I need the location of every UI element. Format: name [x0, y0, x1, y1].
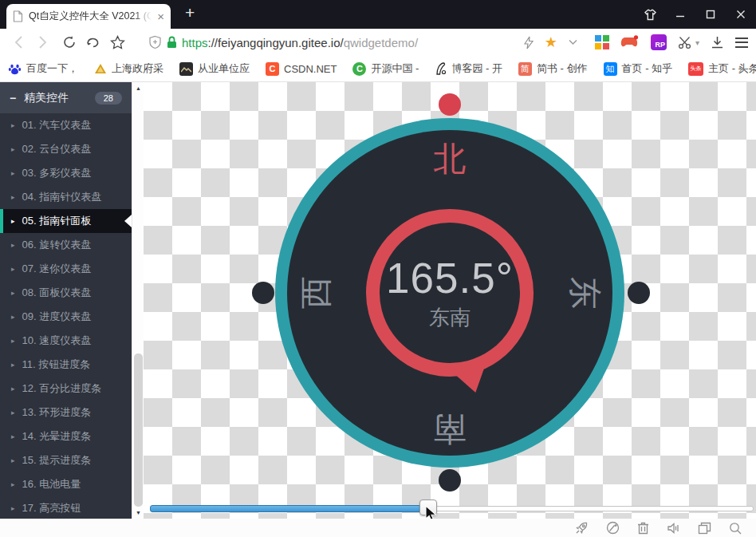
item-arrow-icon: ▸ [11, 409, 15, 417]
sidebar-item-label: 15. 提示进度条 [22, 453, 92, 468]
sidebar-scrollbar[interactable]: ▲ ▼ [132, 82, 144, 519]
item-arrow-icon: ▸ [11, 265, 15, 273]
sidebar-item-13[interactable]: ▸13. 环形进度条 [0, 401, 132, 424]
sidebar-item-label: 07. 迷你仪表盘 [22, 262, 92, 276]
sidebar-item-label: 16. 电池电量 [22, 477, 81, 492]
sidebar-item-label: 01. 汽车仪表盘 [22, 118, 92, 132]
item-arrow-icon: ▸ [11, 241, 15, 249]
sidebar-item-11[interactable]: ▸11. 按钮进度条 [0, 353, 132, 377]
sidebar-item-08[interactable]: ▸08. 面板仪表盘 [0, 281, 132, 305]
bookmark-oschina[interactable]: C 开源中国 - [352, 61, 419, 76]
maximize-icon [706, 10, 715, 19]
compass-north-label: 北 [434, 137, 467, 181]
collapse-icon[interactable]: − [10, 92, 16, 105]
sidebar-group-title: 精美控件 [24, 91, 69, 105]
sidebar-group-header[interactable]: − 精美控件 28 [0, 82, 132, 113]
scrollbar-thumb[interactable] [134, 353, 143, 507]
rp-plugin-icon[interactable]: RP [651, 34, 667, 50]
compass-left-dot [252, 282, 274, 304]
bookmark-csdn[interactable]: C CSDN.NET [266, 62, 337, 76]
toutiao-icon: 头条 [688, 62, 703, 76]
url-host: ://feiyangqingyun.gitee.io/ [208, 36, 344, 49]
menu-icon[interactable] [735, 38, 748, 48]
sidebar-item-14[interactable]: ▸14. 光晕进度条 [0, 424, 132, 448]
item-arrow-icon: ▸ [11, 313, 15, 321]
picture-icon [179, 62, 193, 76]
heading-value: 165.5° [386, 254, 514, 302]
toolbar-right: ★ RP ▾ [524, 34, 748, 50]
rocket-icon[interactable] [575, 521, 589, 535]
scroll-down-icon[interactable]: ▼ [132, 507, 144, 519]
multi-window-icon[interactable] [698, 522, 711, 535]
speed-dial-icon[interactable] [606, 521, 620, 535]
sidebar-item-03[interactable]: ▸03. 多彩仪表盘 [0, 161, 132, 185]
close-button[interactable] [726, 0, 756, 29]
item-arrow-icon: ▸ [11, 456, 15, 464]
game-center-icon[interactable] [620, 35, 640, 49]
sidebar-item-label: 12. 百分比进度条 [22, 381, 102, 396]
sidebar-item-04[interactable]: ▸04. 指南针仪表盘 [0, 185, 132, 209]
favorite-button[interactable] [105, 35, 129, 49]
compass-east-label: 东 [562, 277, 606, 310]
undo-button[interactable] [81, 36, 105, 49]
sidebar-item-label: 14. 光晕进度条 [22, 429, 92, 444]
sidebar-item-label: 04. 指南针仪表盘 [22, 190, 102, 204]
refresh-button[interactable] [57, 35, 81, 49]
shield-plus-icon [148, 35, 162, 49]
minimize-button[interactable] [665, 0, 695, 29]
bookmarks-overflow-icon[interactable]: » [738, 62, 745, 75]
back-button[interactable] [6, 36, 30, 49]
sidebar-item-01[interactable]: ▸01. 汽车仪表盘 [0, 113, 132, 137]
bookmark-label: 从业单位应 [198, 61, 250, 76]
bookmark-label: 开源中国 - [371, 61, 419, 76]
new-tab-button[interactable]: + [185, 3, 195, 22]
sidebar-item-02[interactable]: ▸02. 云台仪表盘 [0, 137, 132, 161]
bookmark-cnblogs[interactable]: 博客园 - 开 [435, 61, 502, 76]
browser-tab[interactable]: Qt自定义控件大全 V2021 (Q × [6, 4, 171, 29]
bookmark-baidu[interactable]: 百度一下， [8, 61, 78, 76]
sidebar-item-label: 05. 指南针面板 [22, 214, 92, 228]
bookmarked-star-icon[interactable]: ★ [545, 35, 557, 49]
volume-icon[interactable] [667, 522, 680, 535]
sidebar-item-12[interactable]: ▸12. 百分比进度条 [0, 377, 132, 401]
search-zoom-icon[interactable] [729, 522, 742, 535]
item-arrow-icon: ▸ [11, 337, 15, 345]
toolbar: https://feiyangqingyun.gitee.io/qwidgetd… [0, 29, 756, 56]
bookmark-label: 主页 - 头条 [708, 61, 756, 76]
trash-icon[interactable] [637, 521, 649, 535]
sidebar-item-09[interactable]: ▸09. 进度仪表盘 [0, 305, 132, 329]
compass-bottom-dot [439, 469, 461, 492]
item-arrow-icon: ▸ [11, 217, 15, 225]
sidebar: − 精美控件 28 ▸01. 汽车仪表盘 ▸02. 云台仪表盘 ▸03. 多彩仪… [0, 82, 132, 519]
bookmark-zhihu[interactable]: 知 首页 - 知乎 [604, 61, 673, 76]
maximize-button[interactable] [695, 0, 726, 29]
sidebar-item-10[interactable]: ▸10. 速度仪表盘 [0, 329, 132, 353]
sidebar-item-06[interactable]: ▸06. 旋转仪表盘 [0, 233, 132, 257]
forward-button[interactable] [30, 36, 54, 49]
bookmark-label: 百度一下， [26, 61, 78, 76]
sidebar-item-05-selected[interactable]: ▸05. 指南针面板 [0, 209, 132, 233]
sidebar-item-16[interactable]: ▸16. 电池电量 [0, 472, 132, 496]
address-bar[interactable]: https://feiyangqingyun.gitee.io/qwidgetd… [148, 35, 418, 49]
item-arrow-icon: ▸ [11, 145, 15, 153]
sidebar-item-15[interactable]: ▸15. 提示进度条 [0, 448, 132, 472]
scroll-up-icon[interactable]: ▲ [132, 82, 144, 94]
bookmark-jianshu[interactable]: 简 简书 - 创作 [518, 61, 588, 76]
sidebar-item-17[interactable]: ▸17. 高亮按钮 [0, 496, 132, 520]
tab-close-icon[interactable]: × [157, 10, 164, 22]
bookmark-shanghai-gov[interactable]: 上海政府采 [94, 61, 163, 76]
chevron-down-icon[interactable] [569, 39, 577, 45]
screenshot-tool[interactable]: ▾ [678, 36, 699, 49]
bookmark-congye[interactable]: 从业单位应 [179, 61, 250, 76]
apps-grid-icon[interactable] [595, 35, 609, 49]
download-icon[interactable] [711, 36, 724, 49]
theme-skin-button[interactable] [635, 0, 665, 29]
compass-readout: 165.5° 东南 [366, 209, 534, 377]
lightning-icon[interactable] [524, 36, 534, 49]
url-scheme: https [182, 36, 208, 49]
item-arrow-icon: ▸ [11, 121, 15, 129]
bookmark-toutiao[interactable]: 头条 主页 - 头条 [688, 61, 756, 76]
forward-icon [38, 36, 47, 49]
sidebar-item-07[interactable]: ▸07. 迷你仪表盘 [0, 257, 132, 281]
url-path: qwidgetdemo/ [344, 36, 418, 49]
